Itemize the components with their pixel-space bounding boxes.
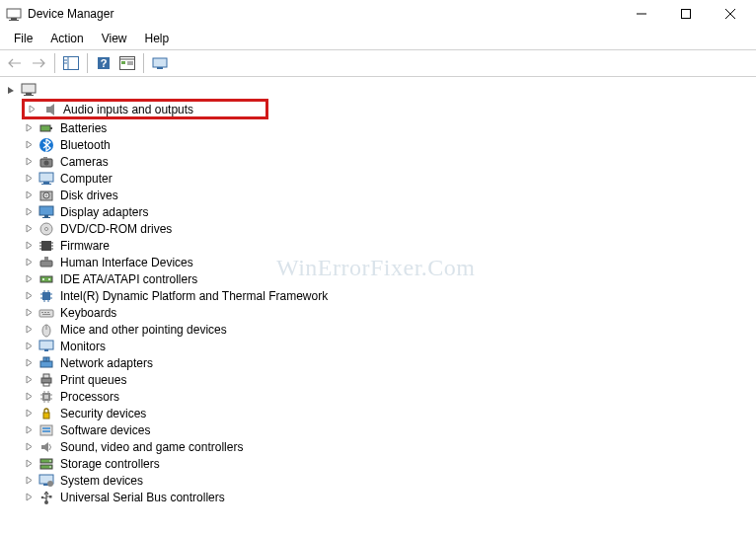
keyboard-icon (38, 305, 54, 321)
highlight-annotation: Audio inputs and outputs (22, 99, 268, 119)
ide-icon (38, 271, 54, 287)
expander-closed-icon[interactable] (22, 356, 36, 370)
svg-rect-20 (22, 84, 36, 93)
svg-rect-18 (153, 58, 167, 67)
toolbar-separator (87, 53, 88, 73)
tree-category-row[interactable]: Software devices (22, 421, 756, 438)
device-tree[interactable]: Audio inputs and outputsBatteriesBluetoo… (0, 77, 756, 505)
maximize-button[interactable] (663, 0, 708, 28)
expander-closed-icon[interactable] (22, 222, 36, 236)
tree-category-row[interactable]: Cameras (22, 153, 756, 170)
expander-closed-icon[interactable] (22, 289, 36, 303)
storage-icon (38, 456, 54, 472)
category-label: Intel(R) Dynamic Platform and Thermal Fr… (58, 288, 330, 304)
category-label: Disk drives (58, 188, 120, 203)
expander-closed-icon[interactable] (22, 491, 36, 504)
expander-closed-icon[interactable] (22, 423, 36, 437)
expander-closed-icon[interactable] (22, 272, 36, 286)
tree-category-row[interactable]: Universal Serial Bus controllers (22, 489, 756, 505)
tree-category-row[interactable]: Network adapters (22, 354, 756, 371)
category-label: Processors (58, 389, 121, 405)
category-label: Audio inputs and outputs (61, 102, 195, 117)
tree-category-row[interactable]: Computer (22, 170, 756, 187)
menu-action[interactable]: Action (42, 30, 91, 47)
tree-category-row[interactable]: Batteries (22, 119, 756, 136)
expander-closed-icon[interactable] (22, 155, 36, 169)
tree-category-row[interactable]: Storage controllers (22, 455, 756, 472)
software-icon (38, 422, 54, 438)
category-label: DVD/CD-ROM drives (58, 221, 174, 237)
expander-closed-icon[interactable] (22, 306, 36, 320)
tree-category-row[interactable]: System devices (22, 472, 756, 489)
expander-closed-icon[interactable] (22, 407, 36, 420)
close-button[interactable] (708, 0, 752, 28)
expander-closed-icon[interactable] (22, 121, 36, 135)
titlebar: Device Manager (0, 0, 756, 28)
expander-closed-icon[interactable] (22, 138, 36, 152)
category-label: Sound, video and game controllers (58, 439, 245, 455)
tree-category-row[interactable]: Monitors (22, 338, 756, 354)
expander-closed-icon[interactable] (25, 103, 38, 116)
usb-icon (38, 490, 54, 505)
svg-rect-1 (11, 18, 17, 20)
tree-category-row[interactable]: Intel(R) Dynamic Platform and Thermal Fr… (22, 287, 756, 304)
expander-closed-icon[interactable] (22, 205, 36, 219)
expander-closed-icon[interactable] (22, 340, 36, 353)
category-label: Security devices (58, 406, 148, 421)
expander-closed-icon[interactable] (22, 189, 36, 202)
tree-category-row[interactable]: DVD/CD-ROM drives (22, 220, 756, 237)
svg-rect-15 (121, 61, 125, 64)
tree-category-row[interactable]: Firmware (22, 237, 756, 254)
toolbar-devices-button[interactable] (149, 52, 171, 74)
tree-category-row[interactable]: Print queues (22, 371, 756, 388)
hid-icon (38, 255, 54, 270)
toolbar-help-button[interactable]: ? (93, 52, 114, 74)
window-title: Device Manager (28, 7, 113, 21)
expander-closed-icon[interactable] (22, 373, 36, 387)
tree-category-row[interactable]: Mice and other pointing devices (22, 321, 756, 338)
category-label: Keyboards (58, 305, 118, 321)
tree-category-row[interactable]: Audio inputs and outputs (25, 101, 265, 117)
toolbar-back-button[interactable] (4, 52, 26, 74)
tree-category-row[interactable]: Keyboards (22, 304, 756, 321)
category-label: System devices (58, 473, 145, 489)
expander-closed-icon[interactable] (22, 256, 36, 269)
toolbar-properties-button[interactable] (116, 52, 138, 74)
category-label: Cameras (58, 154, 111, 170)
tree-category-row[interactable]: Display adapters (22, 203, 756, 220)
firmware-icon (38, 238, 54, 254)
system-icon (38, 473, 54, 489)
tree-category-row[interactable]: Security devices (22, 405, 756, 421)
category-label: Mice and other pointing devices (58, 322, 229, 338)
toolbar-separator (143, 53, 144, 73)
expander-closed-icon[interactable] (22, 172, 36, 186)
tree-root-node[interactable] (4, 81, 756, 99)
tree-category-row[interactable]: IDE ATA/ATAPI controllers (22, 270, 756, 287)
toolbar-forward-button[interactable] (28, 52, 49, 74)
toolbar-showhide-button[interactable] (60, 52, 82, 74)
category-label: Human Interface Devices (58, 255, 195, 270)
expander-open-icon[interactable] (4, 83, 18, 97)
expander-closed-icon[interactable] (22, 474, 36, 488)
menu-file[interactable]: File (6, 30, 40, 47)
menu-help[interactable]: Help (137, 30, 178, 47)
tree-category-row[interactable]: Sound, video and game controllers (22, 438, 756, 455)
mouse-icon (38, 322, 54, 338)
expander-closed-icon[interactable] (22, 390, 36, 404)
tree-category-row[interactable]: Human Interface Devices (22, 254, 756, 270)
tree-category-row[interactable]: Disk drives (22, 187, 756, 203)
expander-closed-icon[interactable] (22, 239, 36, 253)
menu-view[interactable]: View (94, 30, 135, 47)
disk-icon (38, 188, 54, 203)
category-label: Computer (58, 171, 114, 187)
printer-icon (38, 372, 54, 388)
expander-closed-icon[interactable] (22, 457, 36, 471)
tree-category-row[interactable]: Processors (22, 388, 756, 405)
svg-rect-4 (681, 10, 690, 19)
expander-closed-icon[interactable] (22, 440, 36, 454)
dvd-icon (38, 221, 54, 237)
minimize-button[interactable] (619, 0, 663, 28)
app-icon (6, 6, 22, 22)
tree-category-row[interactable]: Bluetooth (22, 136, 756, 153)
expander-closed-icon[interactable] (22, 323, 36, 337)
